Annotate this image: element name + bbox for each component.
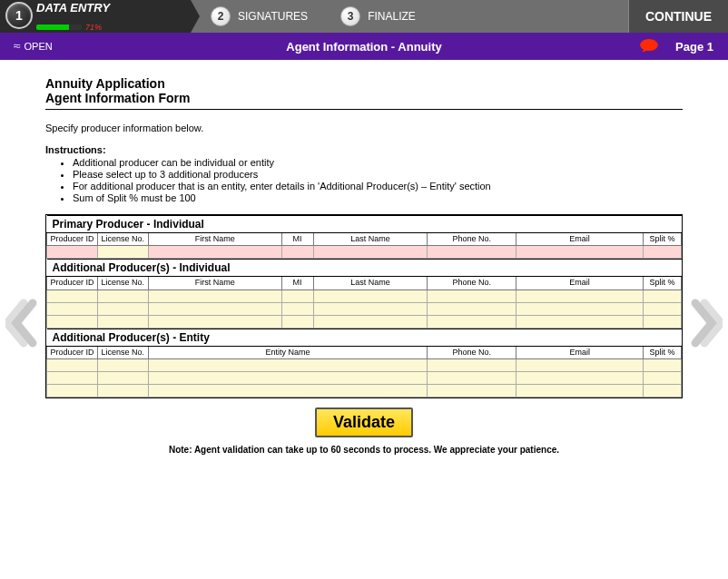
col-header: Email [516, 277, 644, 290]
table-row[interactable] [47, 302, 682, 315]
primary-producer-table: Primary Producer - Individual Producer I… [46, 215, 682, 259]
additional-entity-table: Additional Producer(s) - Entity Producer… [46, 329, 682, 397]
content-area: Annuity Application Agent Information Fo… [0, 60, 728, 464]
section-title-primary: Primary Producer - Individual [47, 216, 682, 233]
instruction-item: Sum of Split % must be 100 [73, 192, 683, 203]
col-header: First Name [148, 233, 281, 246]
open-toggle[interactable]: ≈ OPEN [15, 41, 53, 52]
table-row[interactable] [47, 385, 682, 397]
prev-page-arrow[interactable] [5, 296, 42, 350]
table-row[interactable] [47, 315, 682, 328]
page-title: Agent Information - Annuity [286, 40, 441, 54]
chat-icon[interactable] [639, 38, 659, 55]
step-finalize[interactable]: 3 FINALIZE [320, 0, 428, 33]
col-header: Split % [644, 233, 682, 246]
col-header: Entity Name [148, 346, 428, 358]
step-number-1: 1 [5, 2, 33, 29]
additional-individual-table: Additional Producer(s) - Individual Prod… [46, 259, 682, 328]
section-title-add-ent: Additional Producer(s) - Entity [47, 329, 682, 346]
col-header: MI [281, 233, 313, 246]
app-root: 1 DATA ENTRY 71% 2 SIGNATURES 3 FINALIZE… [0, 0, 728, 579]
validate-button[interactable]: Validate [315, 407, 413, 437]
form-title: Annuity Application Agent Information Fo… [45, 76, 683, 110]
col-header: Last Name [313, 277, 428, 290]
step-number-2: 2 [211, 6, 231, 26]
step-number-3: 3 [340, 6, 360, 26]
step-progress: 71% [36, 23, 102, 32]
step-label-1: DATA ENTRY [36, 2, 110, 14]
form-area: Annuity Application Agent Information Fo… [45, 76, 683, 455]
col-header: Email [516, 233, 644, 246]
table-row[interactable] [47, 290, 682, 302]
col-header: Email [516, 346, 644, 358]
table-row[interactable] [47, 246, 682, 259]
col-header: Producer ID [47, 233, 98, 246]
subheader-bar: ≈ OPEN Agent Information - Annuity Page … [0, 33, 728, 60]
col-header: Phone No. [428, 277, 516, 290]
instruction-item: Please select up to 3 additional produce… [73, 169, 683, 180]
col-header: License No. [97, 233, 148, 246]
step-label-3: FINALIZE [368, 10, 416, 23]
intro-text: Specify producer information below. [45, 123, 683, 133]
step-data-entry[interactable]: 1 DATA ENTRY 71% [0, 0, 191, 33]
expand-icon: ≈ [14, 42, 21, 51]
col-header: Producer ID [47, 277, 98, 290]
validation-note: Note: Agent validation can take up to 60… [45, 445, 683, 455]
open-label: OPEN [25, 41, 53, 52]
instruction-item: Additional producer can be individual or… [73, 157, 683, 168]
tables-container: Primary Producer - Individual Producer I… [45, 214, 683, 398]
col-header: Last Name [313, 233, 428, 246]
col-header: Phone No. [428, 346, 516, 358]
col-header: Split % [644, 346, 682, 358]
next-page-arrow[interactable] [686, 296, 723, 350]
col-header: First Name [148, 277, 281, 290]
instructions-list: Additional producer can be individual or… [45, 157, 683, 203]
form-title-line2: Agent Information Form [45, 91, 683, 105]
col-header: Phone No. [428, 233, 516, 246]
form-title-line1: Annuity Application [45, 76, 165, 91]
table-row[interactable] [47, 372, 682, 385]
col-header: Producer ID [47, 346, 98, 358]
col-header: License No. [97, 346, 148, 358]
col-header: MI [281, 277, 313, 290]
section-title-add-ind: Additional Producer(s) - Individual [47, 260, 682, 277]
col-header: Split % [644, 277, 682, 290]
progress-bar [36, 25, 82, 30]
page-indicator: Page 1 [675, 40, 713, 54]
step-label-2: SIGNATURES [238, 10, 308, 23]
progress-fill [36, 25, 69, 30]
instructions-heading: Instructions: [45, 144, 683, 155]
validate-wrap: Validate [45, 407, 683, 437]
stepper-bar: 1 DATA ENTRY 71% 2 SIGNATURES 3 FINALIZE… [0, 0, 728, 33]
progress-text: 71% [85, 23, 102, 32]
continue-button[interactable]: CONTINUE [628, 0, 728, 33]
table-row[interactable] [47, 359, 682, 372]
col-header: License No. [97, 277, 148, 290]
instruction-item: For additional producer that is an entit… [73, 181, 683, 191]
step-signatures[interactable]: 2 SIGNATURES [191, 0, 320, 33]
